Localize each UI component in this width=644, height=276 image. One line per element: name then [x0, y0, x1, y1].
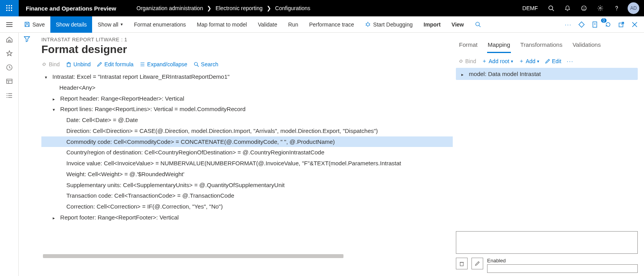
help-button[interactable] [611, 3, 622, 14]
tree-node-weight[interactable]: Weight: Cell<Weight> = @.'$RoundedWeight… [41, 169, 453, 180]
more-button[interactable]: ··· [564, 21, 573, 28]
workspaces-nav[interactable] [6, 78, 13, 85]
tree-node-corr[interactable]: Correction: Cell<Correction> = IF(@.Corr… [41, 201, 453, 212]
add-root-link[interactable]: ＋ Add root ▾ [482, 58, 513, 65]
trash-icon [66, 62, 71, 67]
settings-button[interactable] [595, 3, 606, 14]
feedback-button[interactable] [578, 3, 589, 14]
save-button[interactable]: Save [19, 16, 50, 33]
svg-rect-2 [11, 5, 12, 6]
import-button[interactable]: Import [418, 16, 446, 33]
mapping-toolbar: Bind ＋ Add root ▾ ＋ Add ▾ Edit ··· [456, 58, 638, 65]
edit-binding-button[interactable] [471, 258, 483, 269]
edit-link[interactable]: Edit [545, 58, 561, 64]
perf-trace-label: Performance trace [309, 21, 354, 28]
import-label: Import [423, 21, 441, 28]
validate-button[interactable]: Validate [253, 16, 283, 33]
nav-toggle-button[interactable] [0, 22, 19, 27]
breadcrumb-item[interactable]: Electronic reporting [213, 5, 265, 11]
attach-button[interactable] [590, 21, 600, 28]
tree-node-direction[interactable]: Direction: Cell<Direction> = CASE(@.Dire… [41, 126, 453, 136]
tree-node-date[interactable]: Date: Cell<Date> = @.Date [41, 115, 453, 126]
home-nav[interactable] [6, 36, 13, 43]
format-tree: ▾ Intrastat: Excel = "Intrastat report L… [41, 71, 453, 223]
tree-node-supp[interactable]: Supplementary units: Cell<SupplementaryU… [41, 180, 453, 191]
format-enumerations-button[interactable]: Format enumerations [128, 16, 191, 33]
search-command-button[interactable] [470, 16, 486, 33]
filter-button[interactable] [24, 36, 30, 276]
tree-node-invoice[interactable]: Invoice value: Cell<InvoiceValue> = NUMB… [41, 158, 453, 169]
svg-rect-0 [6, 5, 7, 6]
tree-node-country[interactable]: Country/region of destination: Cell<Coun… [41, 147, 453, 158]
show-details-button[interactable]: Show details [50, 16, 92, 33]
breadcrumb-item[interactable]: Organization administration [134, 5, 205, 11]
unbind-link[interactable]: Unbind [66, 61, 91, 67]
edit-formula-link[interactable]: Edit formula [97, 61, 133, 67]
tree-node-trans[interactable]: Transaction code: Cell<TransactionCode> … [41, 190, 453, 201]
start-debugging-button[interactable]: Start Debugging [359, 16, 418, 33]
list-icon [140, 62, 145, 67]
attach-count[interactable]: 0 [603, 21, 613, 28]
waffle-icon [6, 5, 12, 11]
validate-label: Validate [258, 21, 278, 28]
notifications-button[interactable] [562, 3, 573, 14]
search-button[interactable] [546, 3, 557, 14]
close-button[interactable] [630, 22, 639, 27]
svg-line-23 [369, 24, 370, 24]
recent-nav[interactable] [6, 64, 13, 71]
breadcrumb-item[interactable]: Configurations [273, 5, 313, 11]
tab-transformations[interactable]: Transformations [519, 39, 563, 53]
svg-point-15 [616, 10, 617, 11]
svg-line-27 [479, 25, 480, 27]
details-textbox[interactable] [456, 231, 638, 254]
enabled-input[interactable] [487, 264, 638, 273]
tree-node-label: Report header: Range<ReportHeader>: Vert… [60, 95, 184, 102]
svg-point-13 [584, 7, 585, 8]
tree-node-label: Direction: Cell<Direction> = CASE(@.Dire… [66, 127, 378, 134]
horizontal-scrollbar[interactable] [43, 254, 343, 258]
tree-node-commodity-selected[interactable]: Commodity code: Cell<CommodityCode> = CO… [41, 136, 453, 147]
expand-collapse-link[interactable]: Expand/collapse [140, 61, 187, 67]
attach-badge: 0 [601, 18, 607, 23]
tab-validations[interactable]: Validations [572, 39, 601, 53]
left-nav-rail [0, 33, 19, 276]
performance-trace-button[interactable]: Performance trace [304, 16, 359, 33]
map-more-button[interactable]: ··· [567, 58, 574, 64]
tree-node-root[interactable]: ▾ Intrastat: Excel = "Intrastat report L… [41, 71, 453, 82]
svg-line-10 [552, 9, 554, 11]
tree-node-report-header[interactable]: ▸ Report header: Range<ReportHeader>: Ve… [41, 93, 453, 104]
delete-binding-button[interactable] [456, 258, 468, 269]
tab-mapping[interactable]: Mapping [487, 39, 511, 53]
show-all-button[interactable]: Show all ▾ [92, 16, 128, 33]
tree-node-label: Header<Any> [59, 84, 96, 91]
add-link[interactable]: ＋ Add ▾ [519, 58, 539, 65]
svg-rect-44 [67, 63, 70, 67]
page-title: Format designer [41, 43, 453, 56]
search-link[interactable]: Search [194, 61, 218, 67]
chevron-right-icon: ▸ [459, 72, 466, 77]
chevron-right-icon: ❯ [265, 5, 273, 11]
popout-button[interactable] [617, 21, 626, 28]
command-bar: Save Show details Show all ▾ Format enum… [0, 16, 644, 33]
company-code[interactable]: DEMF [522, 5, 540, 11]
tab-format[interactable]: Format [458, 39, 479, 53]
tree-node-report-footer[interactable]: ▸ Report footer: Range<ReportFooter>: Ve… [41, 212, 453, 223]
app-launcher-button[interactable] [0, 0, 19, 16]
mapping-tree-root[interactable]: ▸ model: Data model Intrastat [456, 68, 638, 80]
svg-rect-3 [6, 7, 7, 9]
modules-nav[interactable] [6, 92, 13, 99]
view-button[interactable]: View [446, 16, 470, 33]
office-button[interactable] [577, 21, 586, 28]
favorites-nav[interactable] [6, 50, 13, 57]
run-button[interactable]: Run [283, 16, 304, 33]
tree-node-header[interactable]: Header<Any> [41, 82, 453, 93]
tree-node-report-lines[interactable]: ▾ Report lines: Range<ReportLines>: Vert… [41, 104, 453, 115]
user-avatar[interactable]: AD [628, 2, 639, 14]
expand-label: Expand/collapse [147, 61, 187, 67]
pencil-icon [97, 62, 102, 67]
enabled-label: Enabled [487, 258, 638, 264]
tab-label: Validations [573, 41, 601, 48]
tree-node-label: Date: Cell<Date> = @.Date [66, 117, 138, 123]
map-format-button[interactable]: Map format to model [191, 16, 252, 33]
show-details-label: Show details [56, 21, 87, 28]
